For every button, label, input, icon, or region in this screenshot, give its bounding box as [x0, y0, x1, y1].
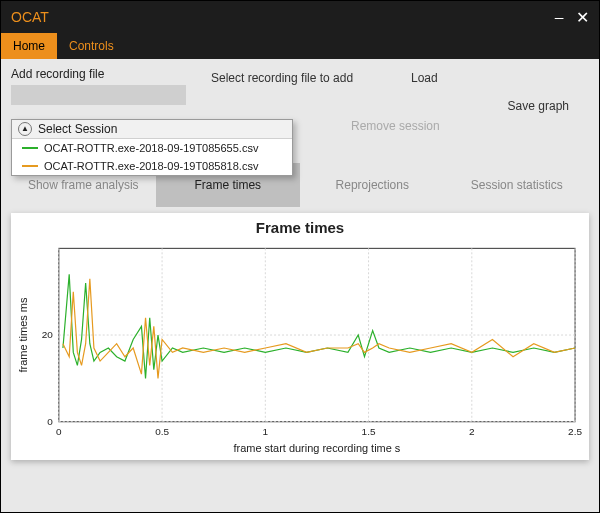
- add-recording-input[interactable]: [11, 85, 186, 105]
- chart-title: Frame times: [13, 219, 587, 236]
- session-item[interactable]: OCAT-ROTTR.exe-2018-09-19T085818.csv: [12, 157, 292, 175]
- tab-session-stats[interactable]: Session statistics: [445, 163, 590, 207]
- select-file-label[interactable]: Select recording file to add: [211, 67, 401, 85]
- load-button[interactable]: Load: [411, 67, 511, 85]
- app-title: OCAT: [11, 9, 49, 25]
- session-item-label: OCAT-ROTTR.exe-2018-09-19T085655.csv: [44, 142, 258, 154]
- chevron-up-icon: ▲: [18, 122, 32, 136]
- session-dropdown[interactable]: ▲ Select Session OCAT-ROTTR.exe-2018-09-…: [11, 119, 293, 176]
- row-add: Add recording file Select recording file…: [11, 67, 589, 105]
- session-dropdown-header[interactable]: ▲ Select Session: [12, 120, 292, 139]
- svg-text:0: 0: [56, 426, 62, 437]
- svg-text:frame times ms: frame times ms: [17, 297, 29, 372]
- tab-controls[interactable]: Controls: [57, 33, 126, 59]
- svg-text:0.5: 0.5: [155, 426, 169, 437]
- svg-text:20: 20: [42, 329, 54, 340]
- window-controls: ‒ ✕: [554, 8, 589, 27]
- chart-card: Frame times 00.511.522.5020frame start d…: [11, 213, 589, 460]
- add-recording-label: Add recording file: [11, 67, 201, 81]
- body: Add recording file Select recording file…: [1, 59, 599, 512]
- main-tabstrip: Home Controls: [1, 33, 599, 59]
- save-graph-button[interactable]: Save graph: [508, 99, 569, 113]
- close-button[interactable]: ✕: [576, 8, 589, 27]
- remove-session-button[interactable]: Remove session: [351, 119, 440, 133]
- session-item[interactable]: OCAT-ROTTR.exe-2018-09-19T085655.csv: [12, 139, 292, 157]
- minimize-button[interactable]: ‒: [554, 8, 564, 27]
- upper-controls: Add recording file Select recording file…: [1, 59, 599, 207]
- svg-text:2: 2: [469, 426, 475, 437]
- chart-svg: 00.511.522.5020frame start during record…: [13, 238, 587, 456]
- svg-text:1.5: 1.5: [362, 426, 376, 437]
- color-swatch: [22, 147, 38, 149]
- svg-text:1: 1: [263, 426, 269, 437]
- svg-text:0: 0: [47, 416, 53, 427]
- svg-text:2.5: 2.5: [568, 426, 582, 437]
- svg-text:frame start during recording t: frame start during recording time s: [234, 442, 401, 454]
- titlebar: OCAT ‒ ✕: [1, 1, 599, 33]
- session-item-label: OCAT-ROTTR.exe-2018-09-19T085818.csv: [44, 160, 258, 172]
- color-swatch: [22, 165, 38, 167]
- session-dropdown-title: Select Session: [38, 122, 117, 136]
- tab-reprojections[interactable]: Reprojections: [300, 163, 445, 207]
- tab-home[interactable]: Home: [1, 33, 57, 59]
